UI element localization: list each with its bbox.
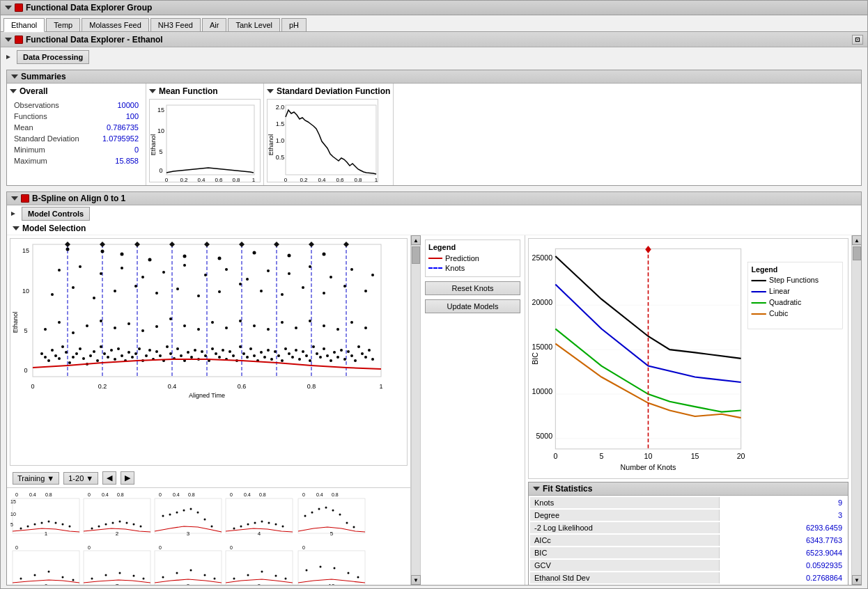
svg-point-111: [222, 349, 224, 352]
tab-ethanol[interactable]: Ethanol: [3, 18, 45, 32]
svg-point-81: [117, 347, 120, 350]
scroll-up-btn[interactable]: ▲: [411, 235, 421, 245]
svg-point-124: [267, 349, 270, 352]
range-dropdown[interactable]: 1-20 ▼: [63, 472, 98, 485]
svg-text:4: 4: [258, 531, 261, 537]
std-dev-function-title: Standard Deviation Function: [277, 86, 390, 96]
outer-scroll-up[interactable]: ▲: [852, 235, 861, 245]
svg-text:0.8: 0.8: [232, 177, 240, 183]
svg-point-238: [20, 528, 22, 530]
explorer-title: Functional Data Explorer - Ethanol: [26, 35, 163, 45]
svg-point-151: [361, 352, 364, 355]
ms-collapse-icon[interactable]: [13, 226, 20, 230]
svg-point-123: [263, 356, 266, 359]
prev-button[interactable]: ◀: [102, 471, 116, 485]
svg-point-119: [249, 347, 252, 350]
bspline-title: B-Spline on Align 0 to 1: [32, 194, 125, 203]
dp-collapse-icon[interactable]: [6, 55, 14, 59]
std-collapse-icon[interactable]: [267, 89, 274, 93]
next-button[interactable]: ▶: [121, 471, 134, 485]
svg-point-154: [371, 358, 374, 361]
svg-text:0.2: 0.2: [180, 177, 188, 183]
tab-molasses-feed[interactable]: Molasses Feed: [82, 18, 149, 31]
svg-text:5: 5: [10, 522, 13, 527]
stats-table: Observations 10000 Functions 100 Mean 0.…: [10, 99, 143, 167]
svg-point-95: [166, 345, 169, 348]
tab-temp[interactable]: Temp: [46, 18, 80, 31]
svg-text:8: 8: [187, 583, 190, 585]
svg-text:15: 15: [22, 247, 29, 254]
summaries-content: Overall Observations 10000 Functions 100…: [7, 84, 861, 185]
svg-text:0.4: 0.4: [244, 492, 251, 497]
tab-tank-level[interactable]: Tank Level: [228, 18, 280, 31]
data-processing-button[interactable]: Data Processing: [17, 50, 89, 64]
mean-function-chart[interactable]: 15 10 5 0 Ethanol 0 0.2 0.4: [149, 99, 261, 182]
svg-text:5: 5: [159, 148, 162, 155]
svg-text:20000: 20000: [532, 298, 552, 306]
svg-point-80: [114, 358, 116, 361]
fit-value: 3: [721, 510, 846, 521]
svg-point-117: [242, 352, 245, 355]
tab-air[interactable]: Air: [202, 18, 226, 31]
tab-ph[interactable]: pH: [281, 18, 307, 31]
fit-key: Knots: [530, 497, 720, 508]
svg-point-242: [48, 521, 50, 523]
stat-key: Observations: [11, 100, 92, 110]
svg-text:9: 9: [258, 583, 261, 585]
bic-chart[interactable]: 25000 20000 15000 10000 5000 BIC: [528, 238, 848, 479]
svg-point-297: [72, 579, 75, 581]
model-controls-button[interactable]: Model Controls: [22, 207, 90, 221]
svg-point-273: [268, 522, 270, 524]
overall-title: Overall: [20, 86, 48, 96]
svg-text:Aligned Time: Aligned Time: [189, 392, 225, 399]
expand-btn[interactable]: ⊡: [852, 35, 863, 45]
scatter-legend: Legend Prediction Knots: [425, 239, 520, 277]
left-scrollbar[interactable]: ▲ ▼: [411, 235, 421, 585]
svg-point-324: [348, 572, 350, 574]
svg-point-279: [311, 512, 313, 514]
right-panel: 25000 20000 15000 10000 5000 BIC: [525, 235, 851, 585]
bspline-collapse-icon[interactable]: [11, 196, 18, 201]
std-dev-function-chart[interactable]: 2.0 1.5 1.0 0.5 Ethanol 0 0.2 0.4 0.6 0.…: [267, 99, 378, 182]
svg-point-272: [261, 521, 263, 523]
svg-point-69: [75, 352, 78, 355]
svg-point-101: [187, 351, 189, 354]
mean-collapse-icon[interactable]: [149, 89, 156, 93]
outer-scroll-down[interactable]: ▼: [852, 575, 861, 585]
outer-scrollbar[interactable]: ▲ ▼: [851, 235, 861, 585]
svg-point-55: [218, 257, 222, 260]
mean-function-title: Mean Function: [159, 86, 218, 96]
collapse-icon[interactable]: [5, 6, 12, 10]
svg-text:0: 0: [24, 367, 27, 374]
svg-point-66: [65, 351, 68, 354]
explorer-collapse-icon[interactable]: [5, 38, 12, 42]
svg-point-102: [190, 356, 193, 359]
tab-nh3-feed[interactable]: NH3 Feed: [150, 18, 201, 31]
summaries-section: Summaries Overall Observations 10000: [6, 70, 862, 186]
mean-function-panel: Mean Function 15 10 5 0 Ethanol: [146, 84, 264, 185]
svg-point-182: [114, 290, 116, 292]
update-models-button[interactable]: Update Models: [425, 299, 520, 313]
prediction-label: Prediction: [445, 254, 479, 262]
summaries-collapse-icon[interactable]: [11, 74, 18, 79]
outer-scroll-thumb[interactable]: [853, 246, 861, 260]
scatter-chart[interactable]: 15 10 5 0 Ethanol: [10, 238, 408, 466]
reset-knots-button[interactable]: Reset Knots: [425, 281, 520, 295]
bic-svg: 25000 20000 15000 10000 5000 BIC: [529, 239, 848, 478]
svg-text:0.8: 0.8: [188, 492, 195, 497]
scroll-down-btn[interactable]: ▼: [411, 575, 421, 585]
fit-stats-collapse-icon[interactable]: [533, 487, 540, 491]
model-selection-header: Model Selection: [7, 222, 861, 235]
svg-point-122: [260, 351, 263, 354]
stat-key: Minimum: [11, 145, 92, 155]
svg-point-56: [253, 251, 256, 255]
svg-text:0.4: 0.4: [102, 492, 109, 497]
mc-collapse-icon[interactable]: [11, 212, 19, 216]
svg-text:15: 15: [691, 452, 699, 460]
svg-point-98: [176, 347, 179, 350]
training-dropdown[interactable]: Training ▼: [13, 472, 59, 485]
svg-text:0.2: 0.2: [300, 177, 308, 183]
svg-text:5: 5: [24, 327, 27, 334]
overall-collapse-icon[interactable]: [10, 89, 17, 93]
scroll-thumb[interactable]: [412, 246, 420, 264]
